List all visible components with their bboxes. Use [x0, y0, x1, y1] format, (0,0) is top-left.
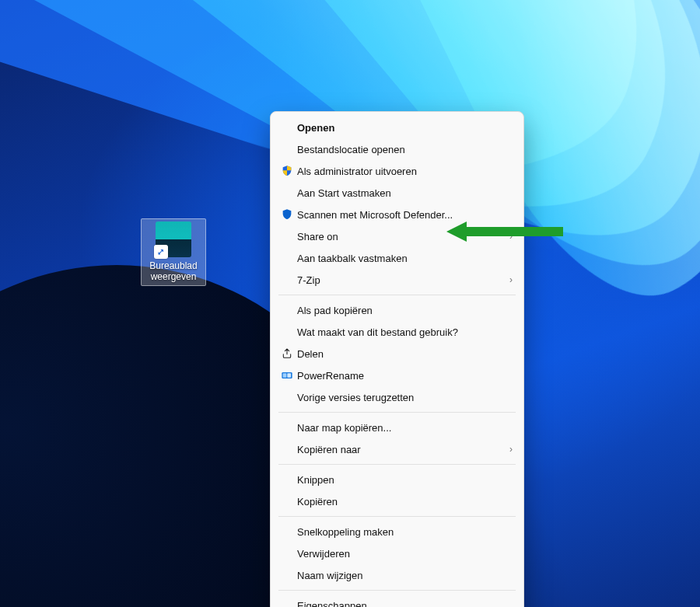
blank-icon	[278, 473, 296, 487]
blank-icon	[278, 390, 296, 404]
menu-item-label: Aan Start vastmaken	[296, 187, 513, 199]
menu-item-label: Als pad kopiëren	[296, 305, 513, 316]
menu-item-label: Openen	[296, 122, 513, 134]
menu-item-copy-to[interactable]: Kopiëren naar›	[271, 438, 523, 460]
menu-item-7zip[interactable]: 7-Zip›	[271, 269, 523, 291]
shortcut-overlay-icon	[154, 245, 168, 259]
chevron-right-icon: ›	[503, 231, 513, 242]
menu-item-create-shortcut[interactable]: Snelkoppeling maken	[271, 521, 523, 542]
shortcut-label: Bureaublad weergeven	[149, 260, 197, 282]
menu-item-what-uses[interactable]: Wat maakt van dit bestand gebruik?	[271, 321, 523, 343]
blank-icon	[278, 120, 296, 134]
svg-rect-1	[283, 373, 287, 377]
menu-item-label: Scannen met Microsoft Defender...	[296, 209, 513, 221]
menu-item-label: Snelkoppeling maken	[296, 526, 513, 538]
blank-icon	[278, 420, 296, 434]
menu-item-label: Kopiëren	[296, 496, 513, 508]
blank-icon	[278, 186, 296, 200]
menu-item-cut[interactable]: Knippen	[271, 469, 523, 490]
menu-separator	[278, 295, 516, 295]
menu-separator	[278, 412, 516, 413]
power-rename-icon	[278, 368, 296, 382]
blank-icon	[278, 142, 296, 156]
menu-item-copy-as-path[interactable]: Als pad kopiëren	[271, 299, 523, 321]
menu-item-label: PowerRename	[296, 370, 513, 382]
menu-item-copy-to-folder[interactable]: Naar map kopiëren...	[271, 417, 523, 438]
menu-item-properties[interactable]: Eigenschappen	[271, 595, 523, 607]
share-icon	[278, 347, 296, 361]
menu-item-delete[interactable]: Verwijderen	[271, 542, 523, 564]
menu-item-label: Naam wijzigen	[296, 570, 513, 581]
menu-item-defender-scan[interactable]: Scannen met Microsoft Defender...	[271, 204, 523, 225]
menu-item-label: Vorige versies terugzetten	[296, 392, 513, 403]
menu-item-label: Eigenschappen	[296, 600, 513, 608]
menu-item-label: Delen	[296, 348, 513, 360]
blank-icon	[278, 525, 296, 539]
context-menu[interactable]: OpenenBestandslocatie openenAls administ…	[270, 111, 524, 607]
blank-icon	[278, 568, 296, 582]
menu-item-label: Bestandslocatie openen	[296, 144, 513, 155]
menu-item-prev-versions[interactable]: Vorige versies terugzetten	[271, 386, 523, 408]
menu-item-copy[interactable]: Kopiëren	[271, 490, 523, 512]
menu-item-label: Naar map kopiëren...	[296, 422, 513, 434]
blank-icon	[278, 494, 296, 508]
blank-icon	[278, 442, 296, 456]
desktop-shortcut-bureaublad-weergeven[interactable]: Bureaublad weergeven	[141, 218, 206, 286]
blank-icon	[278, 251, 296, 265]
menu-item-powerrename[interactable]: PowerRename	[271, 365, 523, 386]
menu-separator	[278, 516, 516, 517]
blank-icon	[278, 546, 296, 560]
svg-rect-2	[287, 373, 291, 377]
menu-item-share-on[interactable]: Share on›	[271, 225, 523, 247]
menu-item-open[interactable]: Openen	[271, 117, 523, 138]
blank-icon	[278, 325, 296, 339]
menu-item-label: Verwijderen	[296, 548, 513, 560]
menu-separator	[278, 590, 516, 591]
chevron-right-icon: ›	[503, 274, 513, 285]
blank-icon	[278, 598, 296, 607]
menu-item-label: 7-Zip	[296, 274, 503, 286]
menu-item-share[interactable]: Delen	[271, 343, 523, 365]
blank-icon	[278, 273, 296, 287]
shield-uac-icon	[278, 164, 296, 178]
menu-item-label: Kopiëren naar	[296, 444, 503, 455]
shortcut-icon	[156, 222, 191, 257]
menu-item-label: Share on	[296, 231, 503, 242]
menu-item-pin-to-start[interactable]: Aan Start vastmaken	[271, 182, 523, 204]
menu-item-pin-to-taskbar[interactable]: Aan taakbalk vastmaken	[271, 247, 523, 269]
chevron-right-icon: ›	[503, 444, 513, 455]
menu-item-rename[interactable]: Naam wijzigen	[271, 564, 523, 586]
menu-item-label: Wat maakt van dit bestand gebruik?	[296, 326, 513, 338]
menu-item-label: Knippen	[296, 474, 513, 486]
menu-item-label: Aan taakbalk vastmaken	[296, 253, 513, 264]
menu-item-run-as-admin[interactable]: Als administrator uitvoeren	[271, 160, 523, 182]
menu-separator	[278, 464, 516, 465]
shield-defender-icon	[278, 208, 296, 222]
blank-icon	[278, 303, 296, 317]
menu-item-open-location[interactable]: Bestandslocatie openen	[271, 138, 523, 160]
menu-item-label: Als administrator uitvoeren	[296, 166, 513, 177]
blank-icon	[278, 229, 296, 243]
